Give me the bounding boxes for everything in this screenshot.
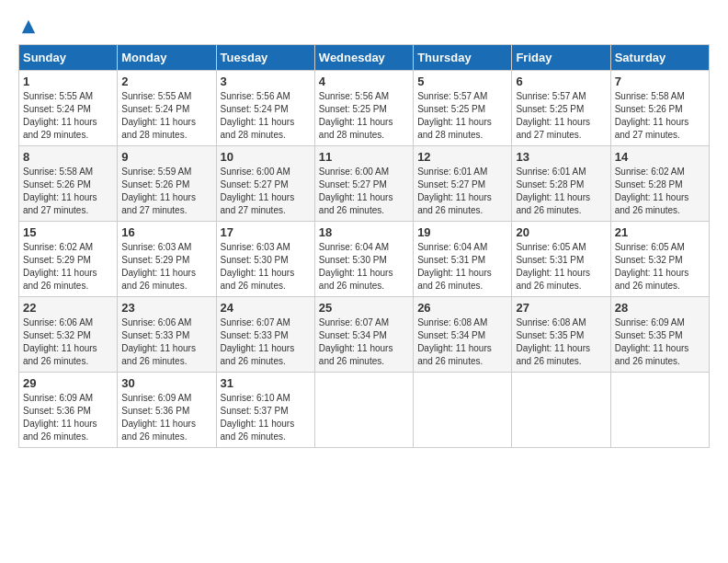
- calendar-table: SundayMondayTuesdayWednesdayThursdayFrid…: [18, 44, 710, 448]
- calendar-cell: 29 Sunrise: 6:09 AM Sunset: 5:36 PM Dayl…: [19, 373, 118, 448]
- day-number: 23: [121, 301, 211, 315]
- day-content: Sunrise: 6:09 AM Sunset: 5:36 PM Dayligh…: [121, 392, 211, 443]
- calendar-cell: 10 Sunrise: 6:00 AM Sunset: 5:27 PM Dayl…: [216, 146, 314, 222]
- calendar-cell: 16 Sunrise: 6:03 AM Sunset: 5:29 PM Dayl…: [118, 222, 216, 297]
- calendar-cell: 25 Sunrise: 6:07 AM Sunset: 5:34 PM Dayl…: [314, 297, 413, 373]
- calendar-cell: 31 Sunrise: 6:10 AM Sunset: 5:37 PM Dayl…: [216, 373, 314, 448]
- page-header: [18, 18, 710, 35]
- day-number: 13: [516, 150, 606, 164]
- day-content: Sunrise: 6:03 AM Sunset: 5:29 PM Dayligh…: [121, 241, 211, 293]
- day-content: Sunrise: 5:55 AM Sunset: 5:24 PM Dayligh…: [121, 90, 211, 142]
- day-number: 27: [516, 301, 606, 315]
- day-content: Sunrise: 6:04 AM Sunset: 5:30 PM Dayligh…: [319, 241, 409, 293]
- day-content: Sunrise: 6:02 AM Sunset: 5:29 PM Dayligh…: [23, 241, 113, 293]
- day-number: 4: [319, 75, 409, 88]
- day-content: Sunrise: 6:10 AM Sunset: 5:37 PM Dayligh…: [221, 392, 311, 443]
- day-content: Sunrise: 6:06 AM Sunset: 5:32 PM Dayligh…: [23, 316, 113, 368]
- day-content: Sunrise: 5:57 AM Sunset: 5:25 PM Dayligh…: [516, 90, 606, 142]
- calendar-cell: [610, 373, 709, 448]
- svg-marker-0: [22, 20, 35, 33]
- day-content: Sunrise: 6:01 AM Sunset: 5:27 PM Dayligh…: [417, 166, 507, 217]
- calendar-cell: 11 Sunrise: 6:00 AM Sunset: 5:27 PM Dayl…: [314, 146, 413, 222]
- logo-icon: [20, 18, 37, 35]
- day-number: 25: [319, 301, 409, 315]
- day-content: Sunrise: 5:57 AM Sunset: 5:25 PM Dayligh…: [417, 90, 507, 142]
- day-number: 21: [615, 225, 705, 239]
- day-content: Sunrise: 6:05 AM Sunset: 5:32 PM Dayligh…: [615, 241, 705, 293]
- day-number: 12: [417, 150, 507, 164]
- calendar-header-sunday: Sunday: [19, 45, 118, 71]
- day-number: 6: [516, 75, 606, 88]
- day-content: Sunrise: 6:08 AM Sunset: 5:34 PM Dayligh…: [417, 316, 507, 368]
- calendar-cell: 13 Sunrise: 6:01 AM Sunset: 5:28 PM Dayl…: [512, 146, 610, 222]
- calendar-cell: 21 Sunrise: 6:05 AM Sunset: 5:32 PM Dayl…: [610, 222, 709, 297]
- calendar-cell: 9 Sunrise: 5:59 AM Sunset: 5:26 PM Dayli…: [118, 146, 216, 222]
- calendar-cell: 20 Sunrise: 6:05 AM Sunset: 5:31 PM Dayl…: [512, 222, 610, 297]
- day-content: Sunrise: 6:09 AM Sunset: 5:35 PM Dayligh…: [615, 316, 705, 368]
- day-number: 31: [221, 376, 311, 390]
- day-content: Sunrise: 6:06 AM Sunset: 5:33 PM Dayligh…: [121, 316, 211, 368]
- day-content: Sunrise: 6:08 AM Sunset: 5:35 PM Dayligh…: [516, 316, 606, 368]
- calendar-week-5: 29 Sunrise: 6:09 AM Sunset: 5:36 PM Dayl…: [19, 373, 710, 448]
- day-number: 24: [221, 301, 311, 315]
- calendar-cell: 27 Sunrise: 6:08 AM Sunset: 5:35 PM Dayl…: [512, 297, 610, 373]
- calendar-cell: 22 Sunrise: 6:06 AM Sunset: 5:32 PM Dayl…: [19, 297, 118, 373]
- calendar-cell: [414, 373, 512, 448]
- calendar-header-tuesday: Tuesday: [216, 45, 314, 71]
- calendar-cell: 17 Sunrise: 6:03 AM Sunset: 5:30 PM Dayl…: [216, 222, 314, 297]
- day-content: Sunrise: 6:03 AM Sunset: 5:30 PM Dayligh…: [221, 241, 311, 293]
- calendar-cell: 5 Sunrise: 5:57 AM Sunset: 5:25 PM Dayli…: [414, 71, 512, 146]
- calendar-cell: 12 Sunrise: 6:01 AM Sunset: 5:27 PM Dayl…: [414, 146, 512, 222]
- day-number: 18: [319, 225, 409, 239]
- day-number: 7: [615, 75, 705, 88]
- day-number: 11: [319, 150, 409, 164]
- calendar-cell: 4 Sunrise: 5:56 AM Sunset: 5:25 PM Dayli…: [314, 71, 413, 146]
- calendar-week-1: 1 Sunrise: 5:55 AM Sunset: 5:24 PM Dayli…: [19, 71, 710, 146]
- day-number: 8: [23, 150, 113, 164]
- day-content: Sunrise: 6:00 AM Sunset: 5:27 PM Dayligh…: [221, 166, 311, 217]
- day-number: 28: [615, 301, 705, 315]
- calendar-week-2: 8 Sunrise: 5:58 AM Sunset: 5:26 PM Dayli…: [19, 146, 710, 222]
- calendar-body: 1 Sunrise: 5:55 AM Sunset: 5:24 PM Dayli…: [19, 71, 710, 448]
- day-number: 17: [221, 225, 311, 239]
- day-number: 3: [221, 75, 311, 88]
- calendar-cell: 3 Sunrise: 5:56 AM Sunset: 5:24 PM Dayli…: [216, 71, 314, 146]
- day-content: Sunrise: 5:55 AM Sunset: 5:24 PM Dayligh…: [23, 90, 113, 142]
- day-number: 22: [23, 301, 113, 315]
- day-number: 5: [417, 75, 507, 88]
- day-number: 30: [121, 376, 211, 390]
- day-content: Sunrise: 5:59 AM Sunset: 5:26 PM Dayligh…: [121, 166, 211, 217]
- day-number: 10: [221, 150, 311, 164]
- day-number: 1: [23, 75, 113, 88]
- calendar-cell: 18 Sunrise: 6:04 AM Sunset: 5:30 PM Dayl…: [314, 222, 413, 297]
- day-number: 15: [23, 225, 113, 239]
- day-content: Sunrise: 5:58 AM Sunset: 5:26 PM Dayligh…: [615, 90, 705, 142]
- calendar-cell: [512, 373, 610, 448]
- calendar-cell: 23 Sunrise: 6:06 AM Sunset: 5:33 PM Dayl…: [118, 297, 216, 373]
- calendar-header-saturday: Saturday: [610, 45, 709, 71]
- calendar-cell: 14 Sunrise: 6:02 AM Sunset: 5:28 PM Dayl…: [610, 146, 709, 222]
- day-content: Sunrise: 5:58 AM Sunset: 5:26 PM Dayligh…: [23, 166, 113, 217]
- day-number: 14: [615, 150, 705, 164]
- day-number: 19: [417, 225, 507, 239]
- calendar-header-row: SundayMondayTuesdayWednesdayThursdayFrid…: [19, 45, 710, 71]
- calendar-cell: 30 Sunrise: 6:09 AM Sunset: 5:36 PM Dayl…: [118, 373, 216, 448]
- calendar-cell: 7 Sunrise: 5:58 AM Sunset: 5:26 PM Dayli…: [610, 71, 709, 146]
- day-number: 20: [516, 225, 606, 239]
- day-number: 2: [121, 75, 211, 88]
- calendar-cell: 15 Sunrise: 6:02 AM Sunset: 5:29 PM Dayl…: [19, 222, 118, 297]
- day-content: Sunrise: 6:04 AM Sunset: 5:31 PM Dayligh…: [417, 241, 507, 293]
- calendar-cell: 1 Sunrise: 5:55 AM Sunset: 5:24 PM Dayli…: [19, 71, 118, 146]
- day-content: Sunrise: 5:56 AM Sunset: 5:24 PM Dayligh…: [221, 90, 311, 142]
- day-content: Sunrise: 6:07 AM Sunset: 5:34 PM Dayligh…: [319, 316, 409, 368]
- logo: [18, 18, 39, 35]
- day-content: Sunrise: 6:09 AM Sunset: 5:36 PM Dayligh…: [23, 392, 113, 443]
- calendar-cell: 6 Sunrise: 5:57 AM Sunset: 5:25 PM Dayli…: [512, 71, 610, 146]
- calendar-header-friday: Friday: [512, 45, 610, 71]
- calendar-header-monday: Monday: [118, 45, 216, 71]
- calendar-header-thursday: Thursday: [414, 45, 512, 71]
- day-number: 26: [417, 301, 507, 315]
- calendar-cell: 28 Sunrise: 6:09 AM Sunset: 5:35 PM Dayl…: [610, 297, 709, 373]
- calendar-cell: 2 Sunrise: 5:55 AM Sunset: 5:24 PM Dayli…: [118, 71, 216, 146]
- calendar-cell: 8 Sunrise: 5:58 AM Sunset: 5:26 PM Dayli…: [19, 146, 118, 222]
